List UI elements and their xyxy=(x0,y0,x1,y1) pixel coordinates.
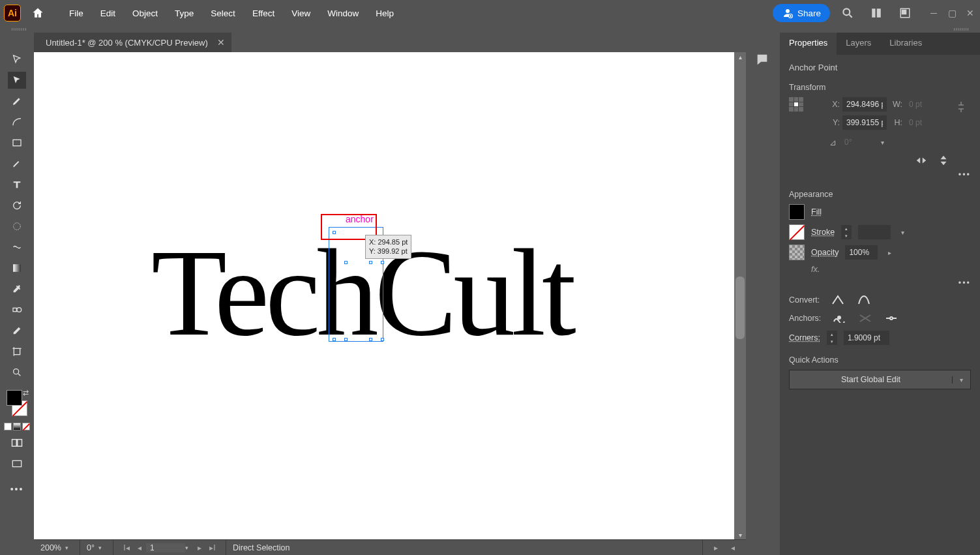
menu-type[interactable]: Type xyxy=(167,5,201,22)
chevron-down-icon[interactable]: ▾ xyxy=(952,376,970,383)
scroll-up-icon[interactable]: ▴ xyxy=(734,52,746,61)
tab-libraries[interactable]: Libraries xyxy=(880,33,931,55)
scroll-left-icon[interactable]: ◂ xyxy=(726,541,739,554)
comments-icon[interactable] xyxy=(755,52,771,68)
curvature-tool-icon[interactable] xyxy=(8,113,26,130)
fill-label[interactable]: Fill xyxy=(811,207,822,217)
canvas[interactable]: TechCult anchor X: 294.85 pt Y: 399.92 p… xyxy=(34,52,746,539)
convert-smooth-icon[interactable] xyxy=(856,294,872,306)
gradient-tool-icon[interactable] xyxy=(8,260,26,277)
menu-window[interactable]: Window xyxy=(319,5,366,22)
chevron-down-icon[interactable]: ▾ xyxy=(185,545,193,551)
draw-mode-icon[interactable] xyxy=(8,434,26,451)
color-mode-icon[interactable] xyxy=(4,423,12,430)
workspace-icon[interactable] xyxy=(894,2,916,24)
share-button[interactable]: Share xyxy=(773,4,830,22)
remove-anchor-icon[interactable] xyxy=(831,312,847,324)
direct-selection-tool-icon[interactable] xyxy=(8,72,26,89)
fill-swatch-icon[interactable] xyxy=(789,204,805,220)
menu-object[interactable]: Object xyxy=(125,5,166,22)
convert-corner-icon[interactable] xyxy=(830,294,846,306)
constrain-proportions-icon[interactable] xyxy=(951,97,971,117)
prev-artboard-icon[interactable]: ◂ xyxy=(133,541,146,554)
stroke-label[interactable]: Stroke xyxy=(811,228,835,237)
anchor-point[interactable] xyxy=(369,338,372,341)
document-tab[interactable]: Untitled-1* @ 200 % (CMYK/CPU Preview) ✕ xyxy=(34,33,231,52)
menu-effect[interactable]: Effect xyxy=(245,5,282,22)
home-icon[interactable] xyxy=(27,3,48,23)
width-tool-icon[interactable] xyxy=(8,239,26,256)
y-input[interactable] xyxy=(842,115,887,130)
edit-toolbar-icon[interactable]: ••• xyxy=(10,484,24,494)
next-artboard-icon[interactable]: ▸ xyxy=(193,541,206,554)
search-icon[interactable] xyxy=(837,2,859,24)
rotate-tool-icon[interactable] xyxy=(8,197,26,214)
reference-point-widget[interactable] xyxy=(789,97,803,112)
minimize-icon[interactable]: ─ xyxy=(928,7,940,19)
eyedropper-tool-icon[interactable] xyxy=(8,280,26,297)
opacity-swatch-icon[interactable] xyxy=(789,245,805,260)
gradient-mode-icon[interactable] xyxy=(13,423,21,430)
stroke-swatch-icon[interactable] xyxy=(789,224,805,240)
tab-properties[interactable]: Properties xyxy=(780,33,837,55)
artboard-tool-icon[interactable] xyxy=(8,343,26,360)
anchor-point[interactable] xyxy=(381,261,384,264)
opacity-label[interactable]: Opacity xyxy=(811,248,839,257)
zoom-tool-icon[interactable] xyxy=(8,364,26,381)
pen-tool-icon[interactable] xyxy=(8,93,26,110)
none-mode-icon[interactable] xyxy=(22,423,30,430)
fill-stroke-swatch[interactable]: ⇄ xyxy=(4,389,30,417)
menu-help[interactable]: Help xyxy=(368,5,402,22)
tab-layers[interactable]: Layers xyxy=(837,33,880,55)
corners-label[interactable]: Corners: xyxy=(789,333,820,342)
chevron-down-icon[interactable]: ▾ xyxy=(65,545,73,551)
menu-file[interactable]: File xyxy=(61,5,91,22)
chevron-down-icon[interactable]: ▾ xyxy=(98,545,106,551)
stroke-weight-input[interactable] xyxy=(858,225,891,239)
x-input[interactable] xyxy=(842,97,887,112)
menu-edit[interactable]: Edit xyxy=(93,5,123,22)
flip-vertical-icon[interactable] xyxy=(936,155,951,166)
blend-tool-icon[interactable] xyxy=(8,301,26,318)
chevron-down-icon[interactable]: ▾ xyxy=(877,139,888,146)
paintbrush-tool-icon[interactable] xyxy=(8,155,26,172)
first-artboard-icon[interactable]: I◂ xyxy=(120,541,133,554)
chevron-right-icon[interactable]: ▸ xyxy=(884,249,895,256)
start-global-edit-button[interactable]: Start Global Edit ▾ xyxy=(789,370,971,389)
fill-swatch[interactable] xyxy=(7,390,22,406)
more-options-icon[interactable]: ••• xyxy=(789,278,971,288)
shape-builder-tool-icon[interactable] xyxy=(8,218,26,235)
zoom-level[interactable]: 200% ▾ xyxy=(34,540,80,555)
scroll-right-icon[interactable]: ▸ xyxy=(709,541,722,554)
stroke-weight-stepper[interactable]: ▴▾ xyxy=(841,225,852,239)
anchor-point[interactable] xyxy=(344,261,348,264)
chevron-down-icon[interactable]: ▾ xyxy=(897,229,908,236)
scrollbar-vertical[interactable]: ▴ ▾ xyxy=(734,52,746,539)
arrange-docs-icon[interactable] xyxy=(865,2,887,24)
opacity-input[interactable] xyxy=(845,245,878,260)
maximize-icon[interactable]: ▢ xyxy=(946,7,958,19)
close-icon[interactable]: ✕ xyxy=(964,7,976,19)
corners-stepper[interactable]: ▴▾ xyxy=(827,331,837,345)
artboard-number[interactable]: 1 xyxy=(146,543,185,552)
corners-input[interactable] xyxy=(844,331,889,345)
rectangle-tool-icon[interactable] xyxy=(8,134,26,151)
screen-mode-icon[interactable] xyxy=(8,455,26,472)
anchor-point[interactable] xyxy=(344,338,348,341)
fx-label[interactable]: fx. xyxy=(811,265,820,274)
scroll-down-icon[interactable]: ▾ xyxy=(734,530,746,539)
menu-view[interactable]: View xyxy=(284,5,318,22)
rotation-view[interactable]: 0° ▾ xyxy=(80,540,113,555)
flip-horizontal-icon[interactable] xyxy=(913,155,929,166)
anchor-point[interactable] xyxy=(369,261,372,264)
anchor-point[interactable] xyxy=(333,338,336,341)
anchor-point[interactable] xyxy=(381,338,384,341)
cut-path-icon[interactable] xyxy=(883,312,899,324)
last-artboard-icon[interactable]: ▸I xyxy=(206,541,219,554)
swap-fill-stroke-icon[interactable]: ⇄ xyxy=(23,389,29,397)
scrollbar-thumb[interactable] xyxy=(735,277,745,339)
eraser-tool-icon[interactable] xyxy=(8,322,26,339)
type-tool-icon[interactable] xyxy=(8,176,26,193)
selection-tool-icon[interactable] xyxy=(8,51,26,68)
tab-close-icon[interactable]: ✕ xyxy=(217,37,225,48)
